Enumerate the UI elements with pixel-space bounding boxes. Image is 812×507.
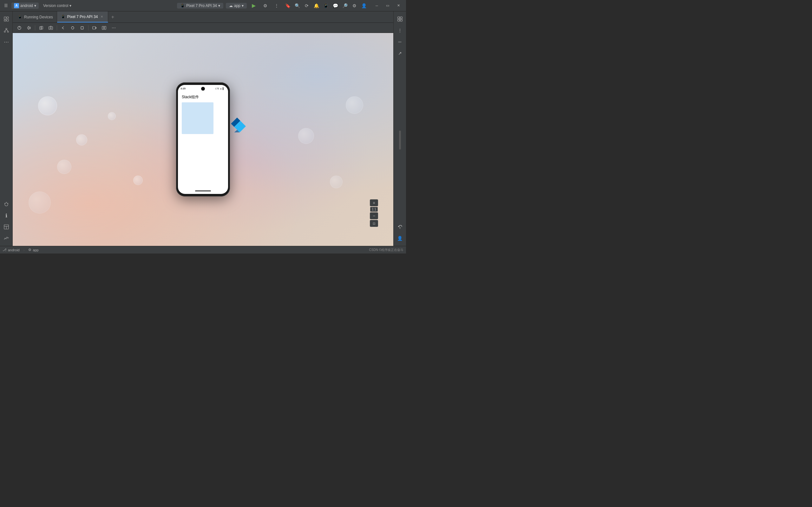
app-status[interactable]: ⚙ app xyxy=(28,248,38,252)
svg-rect-25 xyxy=(93,26,96,29)
bubble-5 xyxy=(29,191,51,214)
hamburger-btn[interactable]: ☰ xyxy=(3,2,9,9)
bubble-7 xyxy=(298,128,314,144)
running-devices-icon: 📱 xyxy=(18,15,22,19)
close-window-btn[interactable]: ✕ xyxy=(393,1,403,10)
device-area: 3:25 LTE ▲ ▌ Stack组件 xyxy=(13,33,393,246)
project-badge[interactable]: A android ▾ xyxy=(11,3,39,9)
svg-rect-27 xyxy=(102,26,104,30)
screenshot-toolbar-btn[interactable] xyxy=(47,24,55,32)
right-panel-minimize-btn[interactable]: ─ xyxy=(395,37,405,47)
right-panel-user-btn[interactable]: 👤 xyxy=(395,233,405,243)
right-panel-undo-btn[interactable] xyxy=(395,222,405,232)
sidebar-icon-structure[interactable] xyxy=(1,25,11,36)
phone-home-indicator xyxy=(195,190,211,191)
svg-line-7 xyxy=(5,30,6,31)
search-btn[interactable]: 🔎 xyxy=(341,2,349,9)
volume-toolbar-btn[interactable] xyxy=(25,24,33,32)
svg-point-22 xyxy=(50,27,51,29)
version-control-badge[interactable]: Version control ▾ xyxy=(41,3,74,9)
settings-btn[interactable]: ⚙ xyxy=(350,2,358,9)
tab-pixel[interactable]: 📱 Pixel 7 Pro API 34 ✕ xyxy=(57,11,108,22)
phone-time: 3:25 xyxy=(181,87,186,90)
sidebar-icon-files[interactable] xyxy=(1,14,11,24)
project-letter: A xyxy=(14,3,19,8)
git-branch-status[interactable]: ⎇ android xyxy=(3,248,20,252)
battery-icon: ▌ xyxy=(223,88,224,90)
right-panel: ⋮ ─ ↗ 👤 xyxy=(393,11,406,246)
run-button[interactable]: ▶ xyxy=(249,2,258,9)
power-toolbar-btn[interactable] xyxy=(15,24,23,32)
phone-container: 3:25 LTE ▲ ▌ Stack组件 xyxy=(176,82,230,196)
zoom-in-btn[interactable]: + xyxy=(370,199,378,206)
sidebar-icon-more[interactable]: ⋯ xyxy=(1,37,11,47)
zoom-out-btn[interactable]: − xyxy=(370,212,378,219)
zoom-fit-btn[interactable]: ⊡ xyxy=(370,220,378,227)
sidebar-icon-debug[interactable] xyxy=(1,199,11,209)
right-panel-more-btn[interactable]: ⋮ xyxy=(395,25,405,36)
device-icon: 📱 xyxy=(180,3,185,8)
sidebar-icon-profiler[interactable] xyxy=(1,233,11,243)
overview-nav-btn[interactable] xyxy=(78,24,86,32)
back-nav-btn[interactable] xyxy=(59,24,67,32)
csdn-watermark: CSDN ©程序猿正在奋斗 xyxy=(369,248,403,252)
running-devices-label: Running Devices xyxy=(24,15,53,19)
svg-rect-3 xyxy=(4,20,6,21)
git-branch-label: android xyxy=(8,248,20,252)
right-scrollbar[interactable] xyxy=(399,130,401,150)
svg-rect-35 xyxy=(398,19,400,21)
notifications-btn[interactable]: 🔔 xyxy=(312,2,320,9)
more-run-options[interactable]: ⋮ xyxy=(272,2,281,9)
bubble-4 xyxy=(108,112,116,120)
record-screen-btn[interactable] xyxy=(90,24,99,32)
account-btn[interactable]: 👤 xyxy=(360,2,368,9)
bookmark-btn[interactable]: 🔖 xyxy=(284,2,292,9)
device-manager-btn[interactable]: 📱 xyxy=(322,2,330,9)
run-settings-button[interactable]: ⚙ xyxy=(261,2,270,9)
svg-rect-34 xyxy=(400,17,402,19)
app-status-label: app xyxy=(33,248,38,252)
run-config-chevron: ▾ xyxy=(242,3,244,8)
git-icon: ⎇ xyxy=(3,248,7,252)
main-area: ⋯ ℹ 📱 xyxy=(0,11,406,246)
svg-line-8 xyxy=(6,30,8,31)
apk-analyzer-btn[interactable]: 💬 xyxy=(331,2,339,9)
flutter-logo-container xyxy=(229,117,246,135)
svg-rect-0 xyxy=(4,17,6,19)
phone-app-content: Stack组件 xyxy=(178,92,228,136)
device-selector[interactable]: 📱 Pixel 7 Pro API 34 ▾ xyxy=(177,3,223,9)
svg-point-5 xyxy=(4,31,5,32)
right-panel-grid-btn[interactable] xyxy=(395,14,405,24)
bubble-6 xyxy=(133,176,143,185)
rotate-toolbar-btn[interactable] xyxy=(37,24,45,32)
minimize-window-btn[interactable]: ─ xyxy=(372,1,382,10)
sidebar-icon-info[interactable]: ℹ xyxy=(1,210,11,221)
home-nav-btn[interactable] xyxy=(68,24,77,32)
version-control-label: Version control xyxy=(43,3,68,8)
bubble-9 xyxy=(346,96,363,114)
tab-running-devices[interactable]: 📱 Running Devices xyxy=(14,11,57,22)
pixel-tab-label: Pixel 7 Pro API 34 xyxy=(67,14,98,19)
svg-point-9 xyxy=(5,203,8,206)
svg-point-23 xyxy=(71,26,74,29)
search-everywhere-btn[interactable]: 🔍 xyxy=(293,2,301,9)
svg-marker-26 xyxy=(96,27,96,29)
svg-point-4 xyxy=(6,28,7,30)
app-status-icon: ⚙ xyxy=(28,248,32,252)
pixel-tab-close[interactable]: ✕ xyxy=(100,14,104,19)
sync-btn[interactable]: ⟳ xyxy=(303,2,311,9)
sidebar-icon-layout[interactable] xyxy=(1,222,11,232)
right-panel-expand-btn[interactable]: ↗ xyxy=(395,48,405,58)
fold-btn[interactable] xyxy=(100,24,108,32)
signal-icon: ▲ xyxy=(220,88,222,90)
phone-screen: 3:25 LTE ▲ ▌ Stack组件 xyxy=(178,85,228,194)
add-tab-btn[interactable]: + xyxy=(108,11,117,22)
svg-point-6 xyxy=(7,31,9,32)
zoom-level-label: 1:1 xyxy=(370,207,378,212)
run-config-selector[interactable]: ☁ app ▾ xyxy=(226,3,247,9)
title-center: 📱 Pixel 7 Pro API 34 ▾ ☁ app ▾ ▶ ⚙ ⋮ xyxy=(177,2,281,9)
project-name: android xyxy=(20,3,33,8)
bubble-2 xyxy=(76,134,87,146)
restore-window-btn[interactable]: ▭ xyxy=(383,1,393,10)
more-toolbar-btn[interactable]: ⋯ xyxy=(109,24,118,32)
